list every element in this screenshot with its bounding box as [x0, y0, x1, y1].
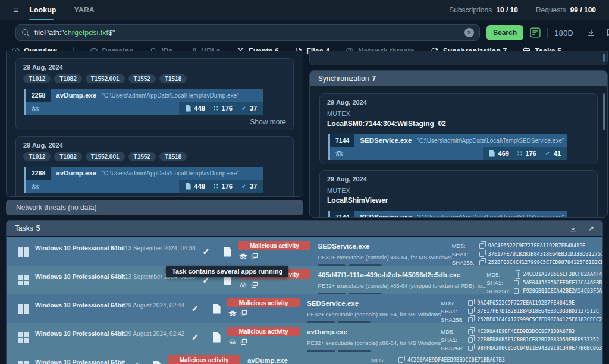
- key-icon: ♂: [545, 150, 550, 157]
- synchronization-panel: Synchronization7 29 Aug, 2024 MUTEX Loca…: [309, 70, 608, 218]
- process-row[interactable]: 2268 avDump.exe "C:\Users\admin\AppData\…: [24, 89, 263, 115]
- windows-logo-icon: [18, 332, 29, 343]
- search-icon: [21, 29, 30, 37]
- search-query-term: chrgetpdsi.txt: [64, 29, 108, 37]
- multiple-apps-icon[interactable]: [240, 338, 247, 346]
- show-more-link[interactable]: Show more: [23, 196, 286, 197]
- search-input[interactable]: filePath:"chrgetpdsi.txt$" ×: [15, 24, 480, 41]
- copy-icon[interactable]: [479, 252, 484, 257]
- search-button[interactable]: Search: [486, 25, 523, 40]
- copy-icon[interactable]: [468, 317, 473, 322]
- keys-count: ♂41: [545, 150, 561, 157]
- mitre-tag[interactable]: T1082: [54, 74, 81, 83]
- bookmark-icon[interactable]: [605, 29, 609, 37]
- mitre-tag[interactable]: T1518: [159, 152, 187, 161]
- show-more-link[interactable]: Show more: [23, 118, 286, 126]
- keys-count: ♂37: [241, 105, 257, 112]
- process-path: "C:\Users\admin\AppData\Local\Temp\avDum…: [102, 170, 239, 177]
- report-icon[interactable]: [206, 294, 227, 323]
- copy-icon[interactable]: [398, 357, 403, 363]
- process-pid: 2268: [26, 89, 51, 102]
- verdict-badge: Malicious activity: [238, 241, 310, 250]
- mitre-tag[interactable]: T1552.001: [86, 74, 125, 83]
- multiple-apps-icon[interactable]: [240, 310, 247, 317]
- keys-count: ♂37: [241, 183, 257, 190]
- mitre-tag[interactable]: T1012: [23, 74, 51, 83]
- mitre-tag[interactable]: T1518: [159, 74, 187, 83]
- process-row[interactable]: 7144 SEDService.exe "C:\Users\admin\AppD…: [328, 134, 567, 160]
- report-icon[interactable]: [216, 237, 238, 266]
- mitre-tag[interactable]: T1082: [54, 152, 81, 161]
- dots-icon: ∷: [214, 183, 218, 190]
- process-name: avDump.exe: [56, 170, 96, 177]
- process-path: "C:\Users\admin\AppData\Local\Temp\SEDSe…: [417, 137, 564, 144]
- sync-value: Local\ShimViewer: [327, 196, 590, 205]
- process-pid: 7144: [330, 134, 354, 147]
- spy-icon: [228, 339, 237, 345]
- task-hashes: MD5:24CC81A37B5E5EF3BCF82AA4F4D1C222 SHA…: [486, 266, 603, 294]
- report-icon[interactable]: [206, 323, 227, 352]
- mitre-tag[interactable]: T1552.001: [86, 152, 125, 161]
- synchronization-header: Synchronization7: [310, 71, 607, 86]
- sha256-value: 252BF03C4C4127999C5C7ED98784125F6182CEEC…: [477, 316, 603, 322]
- copy-icon[interactable]: [514, 272, 519, 277]
- top-tab-yara[interactable]: YARA: [74, 0, 94, 20]
- process-stats: 448 ∷176 ♂37: [179, 180, 264, 193]
- mitre-tag[interactable]: T1012: [23, 152, 51, 161]
- task-file-name: SEDService.exe: [318, 243, 369, 250]
- scrollbar-thumb[interactable]: [603, 93, 605, 130]
- key-icon: ♂: [241, 183, 246, 190]
- top-tab-lookup[interactable]: Lookup: [29, 0, 56, 20]
- task-os: Windows 10 Professional 64bit: [35, 273, 125, 280]
- task-date: 13 September 2024, 04:38: [125, 245, 195, 252]
- check-icon: ✓: [125, 352, 146, 364]
- document-icon: [489, 150, 495, 157]
- requests-quota: Requests99 / 100: [536, 6, 596, 14]
- copy-icon[interactable]: [468, 329, 473, 334]
- task-row[interactable]: Task contains several apps running Windo…: [7, 266, 602, 294]
- copy-icon[interactable]: [468, 309, 473, 314]
- process-row[interactable]: 7144 SEDService.exe "C:\Users\admin\AppD…: [328, 211, 567, 218]
- task-file-name: 405d47f1-111a-439c-b2cb-f45056d2c5db.exe: [318, 271, 460, 278]
- sync-kind: MUTEX: [327, 187, 590, 194]
- clear-search-button[interactable]: ×: [464, 28, 474, 37]
- expand-icon[interactable]: ↗: [588, 225, 594, 232]
- files-count: 448: [186, 105, 205, 112]
- md5-value: 24CC81A37B5E5EF3BCF82AA4F4D1C222: [523, 271, 603, 277]
- sha256-value: 252BF03C4C4127999C5C7ED98784125F6182CEEC…: [488, 259, 603, 265]
- copy-icon[interactable]: [514, 280, 519, 285]
- menu-icon[interactable]: ≡: [13, 5, 18, 15]
- copy-icon[interactable]: [468, 300, 473, 306]
- task-date: 29 August 2024, 02:44: [125, 302, 184, 309]
- download-icon[interactable]: [587, 29, 595, 37]
- copy-icon[interactable]: [468, 346, 473, 351]
- copy-icon[interactable]: [514, 288, 519, 294]
- task-row[interactable]: Windows 10 Professional 64bit ✓ Maliciou…: [7, 352, 602, 364]
- process-path: "C:\Users\admin\AppData\Local\Temp\avDum…: [102, 92, 239, 99]
- process-name: avDump.exe: [56, 92, 96, 99]
- network-threats-bar[interactable]: Network threats (no data): [6, 200, 303, 215]
- md5-value: 4C290A4E9DF4EED9B3DCC0E71BBA67B3: [407, 357, 505, 363]
- task-row[interactable]: Windows 10 Professional 64bit29 August 2…: [7, 294, 602, 323]
- copy-icon[interactable]: [479, 243, 484, 249]
- mitre-tag[interactable]: T1552: [128, 74, 156, 83]
- report-icon[interactable]: [146, 352, 168, 364]
- task-row[interactable]: Windows 10 Professional 64bit29 August 2…: [7, 323, 602, 352]
- download-icon[interactable]: [569, 225, 577, 233]
- windows-logo-icon: [18, 275, 29, 285]
- multiple-apps-icon[interactable]: [251, 281, 258, 288]
- copy-icon[interactable]: [468, 337, 473, 343]
- files-count: 448: [186, 183, 205, 190]
- mitre-tag[interactable]: T1552: [128, 152, 156, 161]
- panel-fragment: [309, 51, 608, 65]
- task-row[interactable]: Windows 10 Professional 64bit13 Septembe…: [7, 237, 602, 266]
- copy-icon[interactable]: [479, 260, 484, 265]
- query-builder-icon[interactable]: [530, 27, 541, 38]
- process-row[interactable]: 2268 avDump.exe "C:\Users\admin\AppData\…: [24, 167, 263, 193]
- period-selector[interactable]: 180D: [554, 29, 573, 37]
- modules-count: ∷176: [214, 183, 233, 190]
- document-icon: [186, 105, 191, 112]
- scrollbar-thumb[interactable]: [603, 54, 605, 62]
- multiple-apps-icon[interactable]: [251, 253, 258, 260]
- task-hashes: MD5:9AC4F6522C9F727EEA1192B7FE48419E SHA…: [441, 294, 603, 323]
